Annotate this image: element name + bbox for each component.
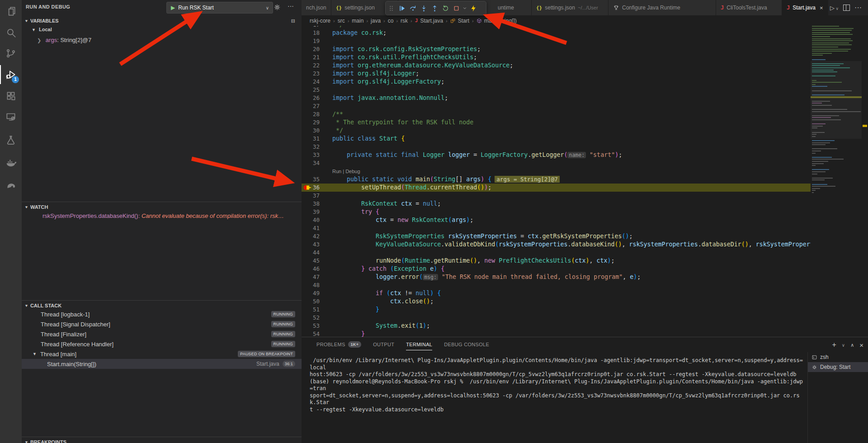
breadcrumb-item[interactable]: src› (338, 18, 352, 24)
panel-actions: + ∨ ∧ × (832, 341, 864, 349)
code-line-46: 46 } catch (Exception e) { (302, 265, 811, 273)
minimap-line (812, 30, 852, 31)
tab-configure-java-runtime[interactable]: Configure Java Runtime (609, 0, 716, 15)
breadcrumb-separator: › (383, 18, 385, 24)
activity-docker-icon[interactable] (0, 152, 22, 173)
breadcrumb-item[interactable]: rskj-core› (310, 18, 338, 24)
vscode-window: 1 RUN AND DEBUG ▶ Run RSK Start ∨ ··· ▼ … (0, 0, 868, 443)
activity-explorer-icon[interactable] (0, 1, 22, 22)
collapse-all-icon[interactable]: ⊟ (291, 18, 295, 24)
breakpoint-paused-icon[interactable] (302, 184, 313, 192)
minimap-line (812, 165, 816, 166)
terminal-instance-debug-start[interactable]: Debug: Start (808, 362, 868, 372)
breadcrumb-item[interactable]: rsk› (401, 18, 415, 24)
debug-step-out-button[interactable] (429, 2, 440, 14)
activity-gradle-icon[interactable] (0, 175, 22, 196)
minimap-line (812, 80, 816, 81)
split-editor-icon[interactable] (843, 5, 850, 11)
code-editor[interactable]: 17 */18package co.rsk;1920import co.rsk.… (302, 26, 811, 337)
minimap-slider[interactable] (811, 61, 862, 139)
activity-run-and-debug-icon[interactable]: 1 (0, 64, 22, 85)
debug-restart-button[interactable] (440, 2, 451, 14)
debug-stop-button[interactable] (451, 2, 462, 14)
run-play-icon: ▶ (171, 5, 175, 11)
close-tab-icon[interactable]: × (820, 5, 823, 11)
call-stack-thread[interactable]: Thread [Finalizer]RUNNING (22, 329, 302, 339)
chevron-expanded-icon: ▼ (33, 352, 37, 356)
code-line-21: 21import co.rsk.util.PreflightChecksUtil… (302, 53, 811, 61)
breadcrumb-item[interactable]: main(String[]) (476, 18, 517, 24)
code-text: /** (332, 110, 343, 118)
watch-expression-row[interactable]: rskSystemProperties.databaseKind(): Cann… (42, 212, 298, 219)
activity-extensions-icon[interactable] (0, 85, 22, 106)
terminal-instance-zsh[interactable]: zsh (808, 352, 868, 362)
minimap-line (812, 153, 816, 154)
line-number: 49 (302, 289, 320, 297)
code-line-34: 34 (302, 159, 811, 167)
call-stack-frame-selected[interactable]: Start.main(String[])Start.java36:1 (22, 359, 302, 369)
watch-section-header[interactable]: ▼ WATCH (22, 202, 302, 212)
overview-ruler[interactable] (862, 26, 868, 337)
breadcrumb-item[interactable]: co› (388, 18, 401, 24)
activity-remote-explorer-icon[interactable] (0, 106, 22, 127)
call-stack-thread[interactable]: Thread [Reference Handler]RUNNING (22, 339, 302, 349)
run-file-button[interactable]: ▷ ∨ (830, 5, 839, 11)
minimap-line (812, 90, 852, 91)
line-number: 52 (302, 314, 320, 322)
panel-tab-debug-console[interactable]: DEBUG CONSOLE (444, 341, 489, 350)
tab-nch-json[interactable]: nch.json (302, 0, 331, 15)
breadcrumb-label: java (371, 18, 381, 24)
breadcrumb-item[interactable]: Start› (450, 18, 476, 24)
panel-tab-output[interactable]: OUTPUT (373, 341, 394, 350)
variables-section-header[interactable]: ▼ VARIABLES ⊟ (22, 16, 302, 26)
call-stack-thread[interactable]: Thread [logback-1]RUNNING (22, 309, 302, 319)
codelens-run-debug[interactable]: Run | Debug (332, 167, 360, 175)
activity-testing-icon[interactable] (0, 130, 22, 151)
panel-tab-terminal[interactable]: TERMINAL (406, 341, 432, 350)
debug-step-over-button[interactable] (407, 2, 418, 14)
maximize-panel-icon[interactable]: ∧ (850, 342, 854, 348)
views-more-actions-icon[interactable]: ··· (288, 2, 294, 9)
debug-step-into-button[interactable] (418, 2, 429, 14)
panel-tab-label: DEBUG CONSOLE (444, 342, 489, 347)
debug-continue-button[interactable] (396, 2, 407, 14)
new-terminal-icon[interactable]: + (832, 341, 836, 349)
panel-tab-label: OUTPUT (373, 342, 394, 347)
variable-args[interactable]: ❯ args: String[2]@7 (37, 37, 91, 43)
terminal-line: sport=dt_socket,server=n,suspend=y,addre… (310, 392, 805, 406)
code-line-40: 40 ctx = new RskContext(args); (302, 216, 811, 224)
call-stack-thread[interactable]: Thread [Signal Dispatcher]RUNNING (22, 319, 302, 329)
code-text: ctx = new RskContext(args); (332, 216, 473, 224)
terminal-profile-chevron-icon[interactable]: ∨ (842, 343, 845, 348)
breakpoints-section-header[interactable]: ▼ BREAKPOINTS (22, 437, 302, 443)
overview-ruler-current-line-marker (863, 125, 867, 127)
line-number: 53 (302, 322, 320, 330)
code-line-23: 23import org.slf4j.Logger; (302, 70, 811, 78)
code-line-49: 49 if (ctx != null) { (302, 289, 811, 297)
tab-settings-json[interactable]: {}settings.json~/.../User (532, 0, 609, 15)
symbol-method-icon (476, 18, 482, 24)
breadcrumb-item[interactable]: java› (371, 18, 388, 24)
chevron-expanded-icon: ▼ (24, 205, 28, 209)
call-stack-thread[interactable]: ▼Thread [main]PAUSED ON BREAKPOINT (22, 349, 302, 359)
variables-scope-local[interactable]: ▼ Local (32, 27, 52, 32)
minimap-line (812, 67, 850, 68)
breadcrumb-item[interactable]: main› (352, 18, 371, 24)
tab-clitoolstest-java[interactable]: JCliToolsTest.java (716, 0, 782, 15)
debug-stop-menu-button[interactable] (462, 2, 468, 14)
minimap[interactable] (811, 26, 862, 337)
code-text: KeyValueDataSource.validateDbKind(rskSys… (332, 240, 811, 249)
activity-source-control-icon[interactable] (0, 43, 22, 64)
breadcrumb-item[interactable]: JStart.java› (415, 18, 450, 24)
more-actions-icon[interactable]: ··· (854, 4, 862, 12)
run-config-dropdown[interactable]: ▶ Run RSK Start ∨ (166, 2, 273, 14)
close-panel-icon[interactable]: × (859, 341, 863, 349)
panel-tab-problems[interactable]: PROBLEMS1K+ (316, 341, 361, 350)
debug-settings-gear-icon[interactable] (274, 4, 281, 11)
line-number: 47 (302, 273, 320, 281)
debug-hot-code-replace-button[interactable] (468, 2, 479, 14)
activity-search-icon[interactable] (0, 22, 22, 43)
frame-line-column-badge: 36:1 (283, 361, 295, 367)
line-number: 45 (302, 257, 320, 265)
debug-drag-grip-button[interactable] (386, 2, 396, 14)
